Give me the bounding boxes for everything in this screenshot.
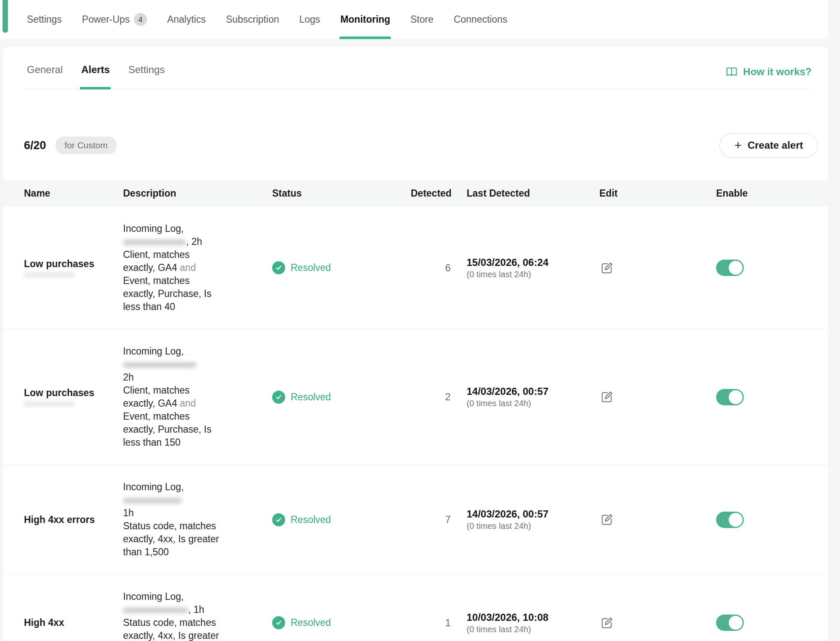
alert-name: Low purchases: [24, 387, 94, 398]
enable-toggle[interactable]: [716, 615, 744, 631]
nav-item-monitoring[interactable]: Monitoring: [340, 0, 390, 39]
nav-label: Logs: [299, 14, 320, 25]
alert-name: High 4xx: [24, 617, 64, 628]
last-detected-note: (0 times last 24h): [467, 521, 585, 531]
nav-label: Analytics: [167, 14, 206, 25]
toggle-knob: [729, 616, 743, 630]
alert-description: Incoming Log,, 1hStatus code, matchesexa…: [123, 575, 272, 641]
edit-pencil-icon: [599, 389, 614, 405]
alert-row: High 4xx Incoming Log,, 1hStatus code, m…: [3, 575, 828, 641]
how-it-works-link[interactable]: How it works?: [725, 66, 811, 89]
create-alert-label: Create alert: [748, 139, 803, 151]
edit-alert-button[interactable]: [599, 615, 616, 631]
detected-count: 7: [411, 514, 455, 525]
enable-toggle[interactable]: [716, 260, 744, 276]
detected-count: 1: [411, 617, 455, 629]
header-edit: Edit: [589, 188, 711, 199]
last-detected-date: 14/03/2026, 00:57: [467, 508, 585, 520]
alert-name-redacted-text: [24, 272, 74, 278]
nav-item-power-ups[interactable]: Power-Ups 4: [82, 0, 147, 39]
alert-row: High 4xx errors Incoming Log,1hStatus co…: [3, 465, 828, 575]
status-label: Resolved: [291, 262, 331, 273]
status-badge: Resolved: [272, 391, 407, 404]
edit-alert-button[interactable]: [599, 511, 616, 528]
edit-pencil-icon: [599, 615, 614, 630]
header-detected: Detected: [411, 188, 455, 199]
toggle-knob: [729, 261, 743, 275]
last-detected-note: (0 times last 24h): [467, 270, 585, 279]
alerts-table: Name Description Status Detected Last De…: [3, 180, 828, 641]
header-description: Description: [123, 188, 272, 199]
create-alert-button[interactable]: + Create alert: [719, 133, 818, 158]
nav-item-analytics[interactable]: Analytics: [167, 0, 206, 39]
edit-pencil-icon: [599, 512, 614, 527]
alert-name: Low purchases: [24, 258, 94, 269]
resolved-check-icon: [272, 261, 285, 274]
alert-description: Incoming Log,2hClient, matchesexactly, G…: [123, 329, 272, 465]
alerts-counter-group: 6/20 for Custom: [24, 137, 117, 154]
power-ups-count-badge: 4: [134, 13, 147, 26]
alerts-table-header: Name Description Status Detected Last De…: [3, 180, 828, 207]
main-nav: Settings Power-Ups 4 Analytics Subscript…: [27, 0, 507, 39]
toggle-knob: [729, 513, 743, 527]
alerts-table-body: Low purchases Incoming Log,, 2hClient, m…: [3, 207, 828, 641]
nav-item-logs[interactable]: Logs: [299, 0, 320, 39]
tab-general[interactable]: General: [27, 64, 63, 89]
last-detected-date: 14/03/2026, 00:57: [467, 386, 585, 397]
header-enable: Enable: [711, 188, 828, 199]
tab-settings[interactable]: Settings: [128, 64, 165, 89]
header-status: Status: [272, 188, 411, 199]
edit-alert-button[interactable]: [599, 260, 616, 276]
alerts-toolbar: 6/20 for Custom + Create alert: [24, 133, 818, 158]
enable-toggle[interactable]: [716, 389, 744, 405]
monitoring-tabs-row: General Alerts Settings How it works?: [24, 47, 811, 89]
header-name: Name: [3, 188, 123, 199]
monitoring-tabs: General Alerts Settings: [24, 64, 165, 89]
plan-limit-badge: for Custom: [55, 137, 117, 154]
status-label: Resolved: [291, 617, 331, 628]
nav-item-settings[interactable]: Settings: [27, 0, 62, 39]
nav-label: Subscription: [226, 14, 279, 25]
detected-count: 2: [411, 391, 455, 403]
alert-name-redacted-text: [24, 401, 74, 407]
top-navigation-bar: Settings Power-Ups 4 Analytics Subscript…: [0, 0, 828, 39]
resolved-check-icon: [272, 513, 285, 526]
last-detected-note: (0 times last 24h): [467, 625, 585, 634]
status-label: Resolved: [291, 514, 331, 525]
header-last-detected: Last Detected: [455, 188, 589, 199]
nav-item-store[interactable]: Store: [410, 0, 433, 39]
status-badge: Resolved: [272, 261, 407, 274]
how-it-works-label: How it works?: [743, 66, 811, 78]
last-detected-date: 10/03/2026, 10:08: [467, 612, 585, 623]
last-detected-note: (0 times last 24h): [467, 399, 585, 408]
alert-row: Low purchases Incoming Log,, 2hClient, m…: [3, 207, 828, 329]
active-section-accent-bar: [3, 0, 8, 33]
resolved-check-icon: [272, 616, 285, 629]
nav-label: Connections: [454, 14, 507, 25]
nav-item-connections[interactable]: Connections: [454, 0, 507, 39]
book-icon: [725, 66, 738, 78]
monitoring-panel: General Alerts Settings How it works? 6/…: [3, 47, 828, 641]
nav-label: Settings: [27, 14, 62, 25]
status-badge: Resolved: [272, 513, 407, 526]
nav-label: Store: [410, 14, 433, 25]
alert-name: High 4xx errors: [24, 514, 95, 525]
alert-description: Incoming Log,1hStatus code, matchesexact…: [123, 465, 272, 574]
status-label: Resolved: [291, 391, 331, 403]
enable-toggle[interactable]: [716, 512, 744, 528]
alerts-count: 6/20: [24, 139, 46, 152]
edit-alert-button[interactable]: [599, 389, 616, 405]
toggle-knob: [729, 390, 743, 404]
alert-row: Low purchases Incoming Log,2hClient, mat…: [3, 329, 828, 465]
resolved-check-icon: [272, 391, 285, 404]
plus-icon: +: [734, 139, 742, 152]
alert-description: Incoming Log,, 2hClient, matchesexactly,…: [123, 207, 272, 329]
nav-label: Monitoring: [340, 14, 390, 25]
nav-label: Power-Ups: [82, 14, 130, 25]
edit-pencil-icon: [599, 260, 614, 276]
detected-count: 6: [411, 262, 455, 274]
status-badge: Resolved: [272, 616, 407, 629]
last-detected-date: 15/03/2026, 06:24: [467, 257, 585, 268]
tab-alerts[interactable]: Alerts: [81, 64, 110, 89]
nav-item-subscription[interactable]: Subscription: [226, 0, 279, 39]
